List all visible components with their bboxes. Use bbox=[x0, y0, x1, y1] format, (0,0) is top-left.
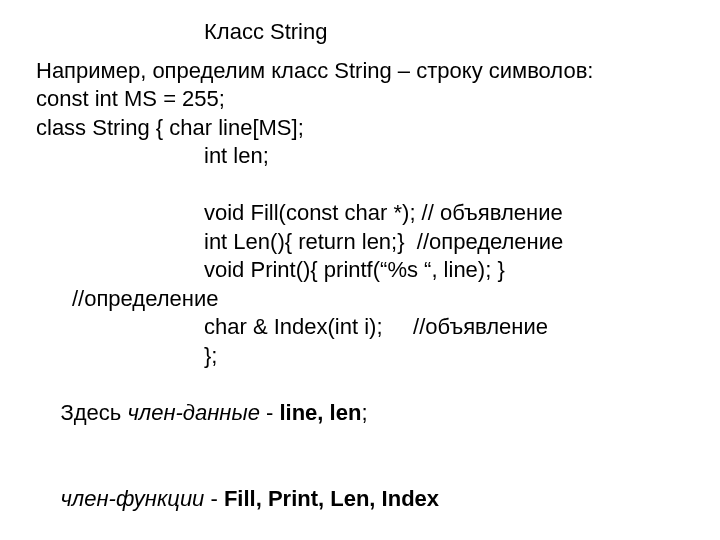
slide-content: Класс String Например, определим класс S… bbox=[0, 0, 720, 540]
body-line-10: }; bbox=[36, 342, 684, 371]
slide-title: Класс String bbox=[36, 18, 684, 47]
body-line-7: void Print(){ printf(“%s “, line); } bbox=[36, 256, 684, 285]
l11-suffix: ; bbox=[361, 400, 367, 425]
body-line-3: class String { char line[MS]; bbox=[36, 114, 684, 143]
l11-italic: член-данные bbox=[127, 400, 260, 425]
l12-mid: - bbox=[204, 486, 224, 511]
body-line-5: void Fill(const char *); // объявление bbox=[36, 199, 684, 228]
body-line-4: int len; bbox=[36, 142, 684, 171]
body-line-2: const int MS = 255; bbox=[36, 85, 684, 114]
l11-prefix: Здесь bbox=[60, 400, 127, 425]
l11-mid: - bbox=[260, 400, 280, 425]
l12-italic: член-функции bbox=[60, 486, 204, 511]
body-line-6: int Len(){ return len;} //определение bbox=[36, 228, 684, 257]
body-line-9: char & Index(int i); //объявление bbox=[36, 313, 684, 342]
body-line-8: //определение bbox=[36, 285, 684, 314]
body-line-12: член-функции - Fill, Print, Len, Index bbox=[36, 456, 684, 540]
body-line-11: Здесь член-данные - line, len; bbox=[36, 371, 684, 457]
l12-bold: Fill, Print, Len, Index bbox=[224, 486, 439, 511]
blank-line bbox=[36, 171, 684, 199]
body-line-1: Например, определим класс String – строк… bbox=[36, 57, 684, 86]
l11-bold: line, len bbox=[279, 400, 361, 425]
